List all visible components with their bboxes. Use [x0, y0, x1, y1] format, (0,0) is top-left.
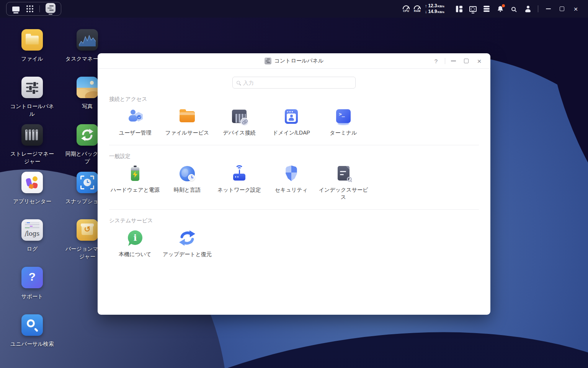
desktop-icon-label: サポート	[8, 292, 57, 300]
maximize-button[interactable]	[557, 3, 567, 15]
ram-gauge[interactable]: RAM	[414, 5, 421, 12]
desktop-icon-support[interactable]: ? サポート	[5, 267, 59, 300]
app-center-icon	[21, 172, 43, 193]
network-speed-indicator[interactable]: ↑ 12.3 KB/s ↓ 14.9 KB/s	[425, 3, 444, 15]
section-row-connection: ユーザー管理 ファイルサービス デバイス接続 ドメイン/LDAP >	[109, 108, 479, 137]
cp-item-device-connection[interactable]: デバイス接続	[213, 108, 265, 137]
desktop-icon-files[interactable]: ファイル	[5, 29, 59, 62]
cp-item-about[interactable]: i 本機について	[109, 229, 161, 258]
app-launcher-button[interactable]	[25, 3, 34, 14]
remote-access-button[interactable]	[468, 3, 477, 15]
minimize-button[interactable]	[448, 56, 458, 66]
cp-item-label: ネットワーク設定	[213, 186, 265, 194]
global-search-button[interactable]	[510, 3, 519, 15]
close-button[interactable]: ×	[474, 56, 484, 66]
window-titlebar[interactable]: コントロールパネル ? ×	[98, 53, 490, 69]
update-restore-icon	[178, 229, 196, 247]
search-input[interactable]	[243, 80, 351, 86]
cp-item-label: ドメイン/LDAP	[265, 129, 317, 137]
desktop-icon-label: ファイル	[8, 55, 57, 62]
search-icon	[237, 81, 240, 84]
cp-item-domain-ldap[interactable]: ドメイン/LDAP	[265, 108, 317, 137]
cp-item-label: ターミナル	[317, 129, 369, 137]
storage-manager-icon	[21, 124, 43, 146]
cpu-gauge-icon	[403, 5, 410, 9]
terminal-icon: >_	[335, 108, 352, 125]
support-icon: ?	[21, 267, 43, 288]
window-controls-divider	[445, 58, 445, 64]
widgets-button[interactable]	[454, 3, 464, 15]
notification-dot	[502, 4, 505, 7]
desktop-icon-control-panel[interactable]: コントロールパネル	[5, 77, 59, 118]
cp-item-network-settings[interactable]: ネットワーク設定	[213, 165, 265, 201]
server-stack-icon	[483, 6, 490, 12]
desktop-icon-label: ストレージマネージャー	[8, 150, 57, 166]
user-icon	[525, 6, 531, 12]
control-panel-icon	[265, 58, 271, 64]
app-grid-icon	[26, 5, 33, 12]
cp-item-label: デバイス接続	[213, 129, 265, 137]
window-title: コントロールパネル	[274, 58, 324, 64]
section-divider	[109, 209, 479, 210]
network-settings-icon	[230, 165, 248, 182]
universal-search-icon	[21, 314, 43, 336]
user-menu-button[interactable]	[523, 3, 532, 15]
help-button[interactable]: ?	[431, 56, 441, 66]
sync-backup-icon	[77, 124, 98, 146]
section-title-system: システムサービス	[109, 217, 479, 224]
control-panel-search[interactable]	[232, 77, 356, 89]
cp-item-user-management[interactable]: ユーザー管理	[109, 108, 161, 137]
files-icon	[21, 29, 43, 51]
photos-icon	[77, 77, 98, 98]
desktop-icon-universal-search[interactable]: ユニバーサル検索	[5, 314, 59, 348]
task-manager-icon	[77, 29, 98, 51]
user-management-icon	[126, 108, 144, 125]
section-row-general: ハードウェアと電源 時刻と言語 ネットワーク設定 セキュリティ	[109, 165, 479, 201]
cp-item-file-services[interactable]: ファイルサービス	[161, 108, 213, 137]
cp-item-terminal[interactable]: >_ ターミナル	[317, 108, 369, 137]
cp-item-update-restore[interactable]: アップデートと復元	[161, 229, 213, 258]
show-desktop-button[interactable]	[11, 3, 20, 14]
close-icon: ×	[573, 5, 578, 13]
minimize-all-button[interactable]	[544, 3, 553, 15]
cp-item-label: ハードウェアと電源	[109, 186, 161, 194]
device-connection-icon	[230, 108, 248, 125]
logs-icon-text: /logs	[21, 230, 43, 237]
widgets-icon	[456, 6, 462, 12]
index-service-icon	[335, 165, 352, 182]
close-icon: ×	[477, 58, 481, 65]
upload-value: 12.3	[428, 3, 437, 9]
cp-item-label: 時刻と言語	[161, 186, 213, 194]
control-panel-icon	[46, 3, 56, 13]
cp-item-time-language[interactable]: 時刻と言語	[161, 165, 213, 201]
cp-item-label: ユーザー管理	[109, 129, 161, 137]
notifications-button[interactable]	[496, 3, 505, 15]
hardware-power-icon	[126, 165, 144, 182]
topbar: CPU RAM ↑ 12.3 KB/s ↓ 14.9 KB/s	[0, 0, 588, 18]
desktop-icon-storage-manager[interactable]: ストレージマネージャー	[5, 124, 59, 166]
cp-item-security[interactable]: セキュリティ	[265, 165, 317, 201]
version-manager-icon: ↺	[77, 219, 98, 241]
domain-ldap-icon	[283, 108, 300, 125]
topbar-divider	[538, 5, 538, 12]
cp-item-index-service[interactable]: インデックスサービス	[317, 165, 369, 201]
cp-item-hardware-power[interactable]: ハードウェアと電源	[109, 165, 161, 201]
question-mark-glyph: ?	[21, 270, 43, 283]
taskbar-control-panel-button[interactable]	[45, 2, 56, 15]
window-content: 接続とアクセス ユーザー管理 ファイルサービス デバイス接続	[98, 77, 490, 258]
close-session-button[interactable]: ×	[571, 3, 580, 15]
file-services-icon	[178, 108, 196, 125]
minimize-icon	[451, 61, 456, 61]
upload-speed: ↑ 12.3 KB/s	[425, 3, 444, 9]
cpu-gauge[interactable]: CPU	[403, 5, 410, 12]
snapshot-icon	[77, 172, 98, 193]
logs-icon: /logs	[21, 219, 43, 241]
section-row-system: i 本機について アップデートと復元	[109, 229, 479, 258]
desktop-icon-app-center[interactable]: アプリセンター	[5, 172, 59, 205]
section-title-general: 一般設定	[109, 153, 479, 160]
security-shield-icon	[283, 165, 300, 182]
server-status-button[interactable]	[482, 3, 491, 15]
window-controls: ? ×	[428, 53, 484, 69]
maximize-button[interactable]	[461, 56, 471, 66]
desktop-icon-logs[interactable]: /logs ログ	[5, 219, 59, 253]
